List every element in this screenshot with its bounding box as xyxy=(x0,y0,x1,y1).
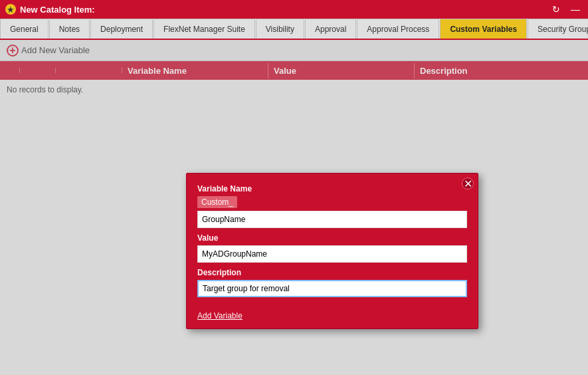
modal-overlay: ✕ Variable Name Custom_ Value Descriptio… xyxy=(0,40,588,375)
modal-dialog: ✕ Variable Name Custom_ Value Descriptio… xyxy=(186,173,478,329)
value-input[interactable] xyxy=(197,245,467,263)
tab-visibility[interactable]: Visibility xyxy=(256,19,304,39)
tab-notes[interactable]: Notes xyxy=(49,19,90,39)
tab-approval[interactable]: Approval xyxy=(305,19,356,39)
tab-deployment[interactable]: Deployment xyxy=(90,19,153,39)
tab-approvalprocess[interactable]: Approval Process xyxy=(357,19,439,39)
modal-close-button[interactable]: ✕ xyxy=(462,178,474,189)
variable-name-label: Variable Name xyxy=(197,184,467,193)
tab-bar: GeneralNotesDeploymentFlexNet Manager Su… xyxy=(0,19,588,40)
tab-customvariables[interactable]: Custom Variables xyxy=(440,19,527,39)
variable-prefix-badge: Custom_ xyxy=(197,196,237,208)
description-label: Description xyxy=(197,268,467,277)
description-input[interactable] xyxy=(197,280,467,297)
modal-footer: Add Variable xyxy=(187,311,478,328)
refresh-button[interactable]: ↻ xyxy=(549,4,563,15)
tab-securitygroups[interactable]: Security Groups xyxy=(528,19,588,39)
title-bar-title: New Catalog Item: xyxy=(20,5,95,15)
tab-general[interactable]: General xyxy=(0,19,49,39)
title-bar: ★ New Catalog Item: ↻ — xyxy=(0,0,588,19)
value-label: Value xyxy=(197,233,467,243)
main-content: + Add New Variable Variable Name Value D… xyxy=(0,40,588,375)
app-icon: ★ xyxy=(5,4,16,15)
modal-body: Variable Name Custom_ Value Description xyxy=(187,174,478,311)
minimize-button[interactable]: — xyxy=(568,4,583,15)
variable-name-input[interactable] xyxy=(197,211,467,228)
title-bar-controls: ↻ — xyxy=(549,4,583,15)
add-variable-button[interactable]: Add Variable xyxy=(197,311,243,320)
tab-flexnet[interactable]: FlexNet Manager Suite xyxy=(153,19,255,39)
title-bar-left: ★ New Catalog Item: xyxy=(5,4,95,15)
